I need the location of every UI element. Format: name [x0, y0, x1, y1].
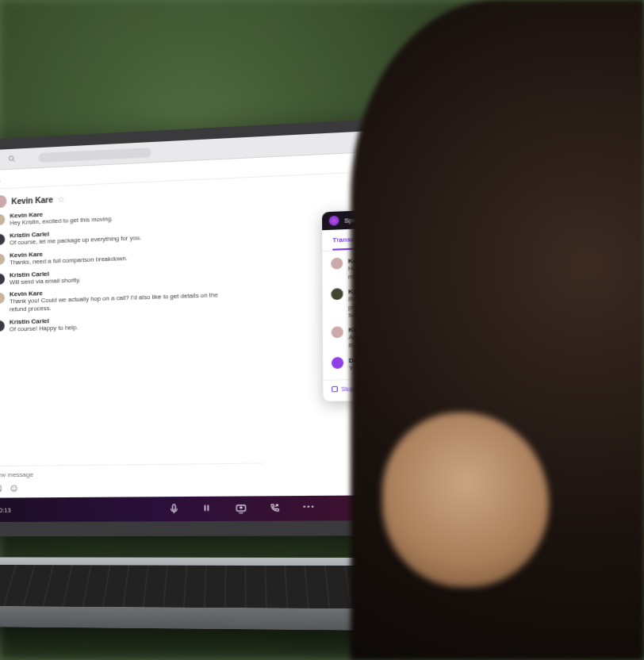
transcript-avatar	[331, 288, 343, 300]
app-search[interactable]	[0, 175, 2, 183]
svg-rect-14	[207, 505, 209, 511]
screenshare-icon[interactable]	[235, 503, 247, 515]
message-avatar	[0, 320, 5, 332]
more-icon[interactable]: •••	[303, 502, 315, 514]
pause-icon[interactable]	[201, 503, 213, 515]
svg-rect-13	[205, 505, 206, 511]
message-input[interactable]	[0, 469, 260, 478]
message-avatar	[0, 253, 5, 264]
chat-message: Kevin KareThank you! Could we actually h…	[0, 284, 238, 315]
emoji-icon[interactable]	[9, 483, 18, 493]
recording-indicator: 0:13	[0, 506, 11, 513]
transfer-icon[interactable]	[269, 503, 281, 515]
svg-point-9	[10, 485, 16, 491]
chat-message: Kristin CarlelWill send via email shortl…	[0, 263, 238, 287]
ai-logo-icon	[329, 216, 339, 226]
message-avatar	[0, 234, 5, 246]
svg-rect-12	[173, 505, 176, 510]
star-icon[interactable]: ☆	[58, 194, 65, 203]
chat-title: Kevin Kare	[11, 195, 52, 205]
message-avatar	[0, 273, 5, 284]
image-icon[interactable]	[0, 483, 2, 493]
mute-icon[interactable]	[168, 503, 180, 515]
stop-icon	[332, 386, 338, 392]
transcript-avatar	[331, 258, 343, 270]
compose-area	[0, 463, 264, 495]
search-icon[interactable]	[7, 154, 17, 164]
chat-message: Kevin KareThanks, need a full comparison…	[0, 243, 238, 267]
os-search-field[interactable]	[39, 148, 151, 163]
chat-message: Kristin CarlelOf course! Happy to help.	[0, 312, 238, 334]
transcript-avatar	[332, 327, 343, 339]
contact-avatar[interactable]	[0, 195, 6, 209]
message-avatar	[0, 214, 5, 226]
svg-point-1	[9, 156, 13, 161]
message-text: Of course! Happy to help.	[10, 324, 79, 333]
message-avatar	[0, 293, 5, 304]
transcript-avatar	[332, 357, 343, 369]
video-icon	[0, 155, 1, 164]
call-timer: 0:13	[0, 506, 11, 513]
